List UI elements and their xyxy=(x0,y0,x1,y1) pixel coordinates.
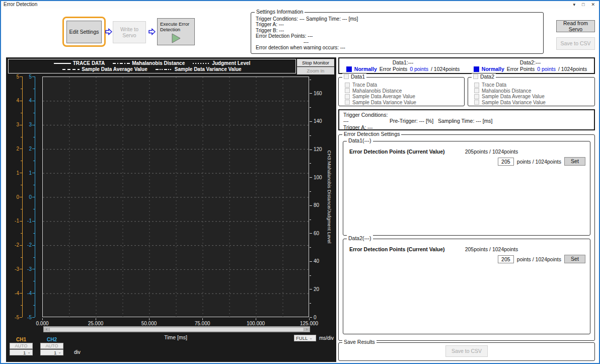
data1-settings-group: Data1(---) Error Detection Points (Curre… xyxy=(343,141,590,236)
legend-row1: TRACE DATAMahalanobis DistanceJudgment L… xyxy=(54,60,251,66)
right-axis-tick-icon xyxy=(310,150,312,150)
ch2-axis-tick-label: 1 xyxy=(20,170,32,176)
checkbox[interactable] xyxy=(474,94,479,99)
ch2-axis-tick-icon xyxy=(33,89,35,89)
data2-points-current: 205points / 1024points xyxy=(465,246,518,252)
ch2-axis-tick-icon xyxy=(33,137,35,137)
read-from-servo-button[interactable]: Read from Servo xyxy=(556,20,595,32)
ch2-axis-tick-icon xyxy=(32,173,35,173)
scrollbar-thumb[interactable] xyxy=(49,327,304,332)
x-tick-label: 50.000 xyxy=(141,321,157,326)
data1-points-input[interactable] xyxy=(498,158,514,166)
ch2-axis-tick-icon xyxy=(33,233,35,234)
checkbox[interactable] xyxy=(345,100,350,105)
ch2-axis-tick-label: 5 xyxy=(20,74,32,80)
data2-display-group: Data2 Trace DataMahalanobis DistanceSamp… xyxy=(468,77,595,106)
data1-group-checkbox[interactable] xyxy=(344,74,349,79)
x-tick-label: 75.000 xyxy=(195,321,210,326)
close-icon[interactable]: ✕ xyxy=(591,2,595,8)
ch1-axis-tick-icon xyxy=(21,305,22,306)
x-tick-label: 100.000 xyxy=(247,321,265,326)
data1-set-button[interactable]: Set xyxy=(564,157,585,166)
legend-line-sample xyxy=(156,69,173,70)
data2-settings-title: Data2(---) xyxy=(347,235,373,241)
right-axis-tick-label: 60 xyxy=(314,231,319,236)
trigger-a-value: Trigger A: --- xyxy=(256,22,543,27)
data2-points-input[interactable] xyxy=(498,255,514,263)
checkbox[interactable] xyxy=(345,94,350,99)
x-tick-icon xyxy=(149,318,149,320)
ch2-axis-tick-icon xyxy=(33,281,35,281)
right-axis-tick-icon xyxy=(310,233,312,234)
checkbox[interactable] xyxy=(345,88,350,93)
legend-item: Judgment Level xyxy=(193,60,250,66)
titlebar: Error Detection ▾ □ ✕ xyxy=(1,1,599,9)
ch1-scale-select[interactable]: 1⌄ xyxy=(10,349,33,355)
flow-arrow-icon xyxy=(148,28,156,35)
minimize-icon[interactable]: ▾ xyxy=(573,2,575,8)
ch1-axis-tick-label: 5 xyxy=(7,74,19,80)
right-axis-tick-icon xyxy=(310,177,312,178)
edit-settings-button[interactable]: Edit Settings xyxy=(66,21,102,43)
x-axis-title: Time [ms] xyxy=(42,334,309,340)
ch1-auto-button[interactable]: AUTO xyxy=(10,343,33,349)
ch2-scale-select[interactable]: 1⌄ xyxy=(40,349,63,355)
legend-line-sample xyxy=(62,69,80,70)
data1-points-label: Error Detection Points (Current Value) xyxy=(349,149,445,155)
data1-group-label: Data1 xyxy=(351,74,365,80)
ch1-axis-tick-label: -2 xyxy=(7,242,19,248)
stop-monitor-button[interactable]: Stop Monitor xyxy=(297,59,334,66)
ch2-axis-tick-label: 4 xyxy=(20,98,32,103)
x-tick-icon xyxy=(96,318,96,320)
range-select[interactable]: FULL⌄ xyxy=(294,335,316,341)
right-axis-tick-label: 160 xyxy=(314,91,322,96)
write-to-servo-button[interactable]: Write to Servo xyxy=(113,21,146,43)
zoom-in-button[interactable]: Zoom In xyxy=(297,67,334,75)
execute-error-detection-button[interactable]: Execute Error Detection xyxy=(157,18,195,45)
checkbox[interactable] xyxy=(474,83,479,88)
settings-information-group: Settings Information Trigger Conditions:… xyxy=(251,12,544,54)
ch1-axis-tick-label: -3 xyxy=(7,266,19,272)
ch1-axis-tick-icon xyxy=(21,89,22,89)
scroll-left-icon[interactable]: ‹ xyxy=(44,327,49,332)
display-option-row: Trace Data xyxy=(345,82,464,88)
x-tick-icon xyxy=(256,318,256,320)
ch2-axis-tick-label: -2 xyxy=(20,242,32,248)
data2-points-label: Error Detection Points (Current Value) xyxy=(349,246,445,252)
ch2-axis-tick-icon xyxy=(32,101,35,101)
x-tick-icon xyxy=(202,318,203,320)
scroll-right-icon[interactable]: › xyxy=(304,327,310,332)
flow-arrow-icon xyxy=(105,28,112,35)
chart-panel: TRACE DATAMahalanobis DistanceJudgment L… xyxy=(6,57,336,362)
checkbox[interactable] xyxy=(474,100,479,105)
plot-area xyxy=(42,77,309,317)
data1-points-current: 205points / 1024points xyxy=(465,149,518,155)
data2-set-button[interactable]: Set xyxy=(564,255,585,263)
ch2-axis-tick-icon xyxy=(32,221,35,222)
save-to-csv-top-button[interactable]: Save to CSV xyxy=(556,37,595,50)
error-detection-points-value-2: --- xyxy=(256,39,543,45)
ch1-axis-tick-icon xyxy=(21,281,22,281)
ch2-axis-tick-icon xyxy=(33,305,35,306)
data2-group-checkbox[interactable] xyxy=(473,74,478,79)
ch2-auto-button[interactable]: AUTO xyxy=(40,343,63,349)
legend-line-sample xyxy=(193,63,210,64)
ch2-axis-tick-icon xyxy=(32,77,35,77)
warning-setting-value: Error detection when warning occurs: --- xyxy=(256,45,543,50)
data2-status: Data2:--- Normally Error Points 0 points… xyxy=(467,58,594,73)
ch1-axis-tick-icon xyxy=(21,209,22,209)
data1-error-points-label: Error Points xyxy=(380,66,407,72)
checkbox[interactable] xyxy=(345,83,350,88)
ch1-axis-tick-label: 0 xyxy=(7,194,19,200)
right-axis-tick-icon xyxy=(310,317,312,318)
checkbox[interactable] xyxy=(474,88,479,93)
save-to-csv-bottom-button[interactable]: Save to CSV xyxy=(445,345,488,357)
chart-h-scrollbar[interactable]: ‹ › xyxy=(43,326,310,332)
ch1-axis-tick-icon xyxy=(21,161,22,161)
data2-status-text: Normally xyxy=(482,66,504,72)
right-axis-tick-icon xyxy=(310,191,311,192)
data2-error-points-total: / 1024points xyxy=(558,66,587,72)
maximize-icon[interactable]: □ xyxy=(582,2,584,8)
trigger-conditions: Trigger Conditions: --- xyxy=(343,112,390,124)
display-option-row: Trace Data xyxy=(474,82,594,88)
